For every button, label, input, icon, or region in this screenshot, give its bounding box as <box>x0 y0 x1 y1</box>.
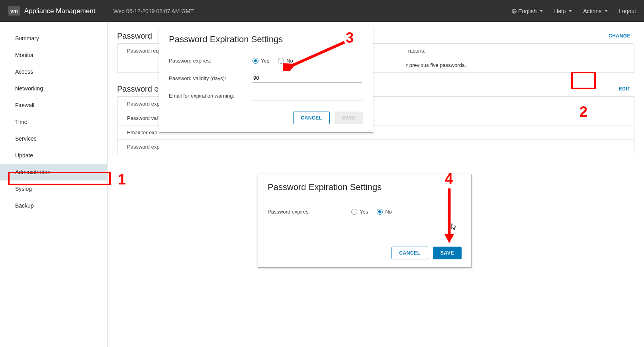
language-menu[interactable]: English <box>511 8 543 14</box>
table-row: Password exp <box>117 139 634 154</box>
separator <box>108 6 108 17</box>
save-button-disabled: SAVE <box>335 112 363 124</box>
help-menu[interactable]: Help <box>554 8 572 14</box>
change-password-link[interactable]: CHANGE <box>605 31 634 41</box>
dialog-title: Password Expiration Settings <box>258 174 471 200</box>
sidebar-item-backup[interactable]: Backup <box>0 197 107 214</box>
cancel-button[interactable]: CANCEL <box>391 247 428 259</box>
logout-link[interactable]: Logout <box>619 8 636 14</box>
password-section-title: Password <box>117 31 152 41</box>
expires-yes-radio[interactable]: Yes <box>351 209 368 215</box>
sidebar-item-firewall[interactable]: Firewall <box>0 97 107 114</box>
expires-yes-radio[interactable]: Yes <box>253 58 269 64</box>
chevron-down-icon <box>605 10 608 12</box>
vmware-logo: vm <box>8 6 20 16</box>
globe-icon <box>511 8 517 14</box>
chevron-down-icon <box>540 10 543 12</box>
sidebar: Summary Monitor Access Networking Firewa… <box>0 22 108 347</box>
row-text-tail: r previous five passwords. <box>406 62 466 68</box>
validity-label: Password validity (days): <box>169 75 253 81</box>
password-expiration-dialog-yes: Password Expiration Settings Password ex… <box>159 26 373 133</box>
expires-no-radio[interactable]: No <box>278 58 293 64</box>
sidebar-item-syslog[interactable]: Syslog <box>0 180 107 197</box>
actions-menu[interactable]: Actions <box>583 8 608 14</box>
sidebar-item-monitor[interactable]: Monitor <box>0 47 107 63</box>
email-warning-input[interactable] <box>253 91 362 100</box>
header-timestamp: Wed 06-12-2019 08:07 AM GMT <box>113 8 194 14</box>
language-label: English <box>519 8 537 14</box>
sidebar-item-update[interactable]: Update <box>0 147 107 164</box>
sidebar-item-administration[interactable]: Administration <box>0 164 107 180</box>
save-button[interactable]: SAVE <box>433 247 462 259</box>
sidebar-item-summary[interactable]: Summary <box>0 30 107 47</box>
cancel-button[interactable]: CANCEL <box>293 112 330 124</box>
sidebar-item-networking[interactable]: Networking <box>0 80 107 97</box>
dialog-title: Password Expiration Settings <box>159 26 373 52</box>
sidebar-item-access[interactable]: Access <box>0 63 107 80</box>
sidebar-item-services[interactable]: Services <box>0 130 107 147</box>
edit-expiration-link[interactable]: EDIT <box>615 84 634 94</box>
email-warning-label: Email for expiration warning: <box>169 93 253 99</box>
expires-label: Password expires: <box>169 58 253 64</box>
chevron-down-icon <box>569 10 572 12</box>
sidebar-item-time[interactable]: Time <box>0 114 107 130</box>
expires-no-radio[interactable]: No <box>377 209 392 215</box>
expires-label: Password expires: <box>268 209 351 215</box>
row-text-tail: racters. <box>408 48 425 54</box>
password-expiration-dialog-no: Password Expiration Settings Password ex… <box>258 174 472 268</box>
validity-input[interactable] <box>253 73 362 83</box>
app-header: vm Appliance Management Wed 06-12-2019 0… <box>0 0 644 22</box>
row-label: Password req <box>127 48 159 54</box>
app-title: Appliance Management <box>24 7 96 15</box>
